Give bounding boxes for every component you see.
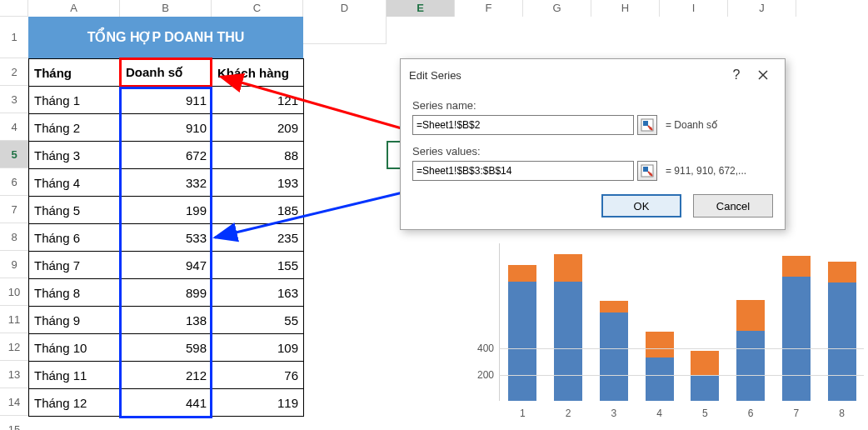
cell-customers[interactable]: 155 [212,252,304,279]
table-row[interactable]: Tháng 2910209 [29,114,304,142]
column-header-J[interactable]: J [728,0,796,17]
row-header-7[interactable]: 7 [0,196,28,223]
chart-xtick: 4 [646,408,674,419]
row-header-11[interactable]: 11 [0,306,28,333]
svg-rect-7 [643,121,648,126]
cell-month[interactable]: Tháng 12 [29,389,121,417]
cell-month[interactable]: Tháng 5 [29,197,121,224]
row-header-8[interactable]: 8 [0,223,28,251]
col-header-customers[interactable]: Khách hàng [212,59,304,87]
column-header-E[interactable]: E [387,0,455,17]
cell-month[interactable]: Tháng 4 [29,169,121,197]
cell-customers[interactable]: 185 [212,197,304,224]
chart-ytick: 400 [464,342,494,354]
column-header-bar: ABCDEFGHIJ [0,0,796,17]
column-header-A[interactable]: A [28,0,120,17]
column-header-I[interactable]: I [660,0,728,17]
close-button[interactable] [750,63,776,87]
ok-button[interactable]: OK [601,194,681,218]
cell-customers[interactable]: 193 [212,169,304,197]
cell-month[interactable]: Tháng 1 [29,87,121,114]
row-header-5[interactable]: 5 [0,141,28,168]
cell-customers[interactable]: 119 [212,389,304,417]
cell-month[interactable]: Tháng 11 [29,362,121,389]
col-header-revenue[interactable]: Doanh số [121,59,212,87]
spreadsheet-grid[interactable]: TỔNG HỢP DOANH THU ThángDoanh sốKhách hà… [28,17,387,417]
revenue-table[interactable]: ThángDoanh sốKhách hàngTháng 1911121Thán… [28,58,304,417]
table-title-cell[interactable]: TỔNG HỢP DOANH THU [28,17,303,58]
cell-revenue[interactable]: 899 [121,279,212,307]
cell-revenue[interactable]: 947 [121,252,212,279]
cell-revenue[interactable]: 910 [121,114,212,142]
cell-month[interactable]: Tháng 8 [29,279,121,307]
cell-revenue[interactable]: 212 [121,362,212,389]
row-header-9[interactable]: 9 [0,251,28,278]
column-header-G[interactable]: G [523,0,591,17]
column-header-D[interactable]: D [303,0,387,17]
series-name-input[interactable] [412,115,634,135]
col-header-month[interactable]: Tháng [29,59,121,87]
row-header-13[interactable]: 13 [0,361,28,388]
cell-month[interactable]: Tháng 10 [29,334,121,362]
cell-revenue[interactable]: 672 [121,142,212,169]
row-header-1[interactable]: 1 [0,17,28,58]
chart-xtick: 5 [691,408,719,419]
table-row[interactable]: Tháng 10598109 [29,334,304,362]
cell-revenue[interactable]: 332 [121,169,212,197]
cell-month[interactable]: Tháng 9 [29,307,121,334]
column-header-F[interactable]: F [455,0,523,17]
column-header-C[interactable]: C [212,0,303,17]
cell-revenue[interactable]: 911 [121,87,212,114]
column-header-B[interactable]: B [120,0,212,17]
table-row[interactable]: Tháng 12441119 [29,389,304,417]
table-row[interactable]: Tháng 1911121 [29,87,304,114]
cell-customers[interactable]: 55 [212,307,304,334]
cell-customers[interactable]: 88 [212,142,304,169]
select-all-corner[interactable] [0,0,28,17]
row-header-4[interactable]: 4 [0,113,28,141]
table-row[interactable]: Tháng 4332193 [29,169,304,197]
row-header-12[interactable]: 12 [0,333,28,361]
help-button[interactable]: ? [723,63,750,87]
row-header-3[interactable]: 3 [0,86,28,113]
row-header-2[interactable]: 2 [0,58,28,86]
embedded-chart[interactable]: 12345678 200400 [464,243,864,424]
cell-revenue[interactable]: 138 [121,307,212,334]
chart-xtick: 1 [508,408,536,419]
cell-customers[interactable]: 121 [212,87,304,114]
cell-revenue[interactable]: 199 [121,197,212,224]
row-header-6[interactable]: 6 [0,168,28,196]
cell-customers[interactable]: 235 [212,224,304,252]
row-header-10[interactable]: 10 [0,278,28,306]
row-header-15[interactable]: 15 [0,416,28,430]
column-header-H[interactable]: H [591,0,660,17]
collapse-range-button[interactable] [637,115,657,135]
svg-rect-10 [643,167,648,172]
table-row[interactable]: Tháng 6533235 [29,224,304,252]
table-row[interactable]: Tháng 367288 [29,142,304,169]
cell-revenue[interactable]: 598 [121,334,212,362]
cell-customers[interactable]: 76 [212,362,304,389]
row-header-14[interactable]: 14 [0,388,28,416]
cancel-button[interactable]: Cancel [693,194,773,218]
series-values-preview: = 911, 910, 672,... [666,165,773,177]
table-row[interactable]: Tháng 1121276 [29,362,304,389]
cell-customers[interactable]: 209 [212,114,304,142]
cell-month[interactable]: Tháng 2 [29,114,121,142]
chart-xtick: 8 [828,408,856,419]
cell-customers[interactable]: 109 [212,334,304,362]
table-row[interactable]: Tháng 7947155 [29,252,304,279]
cell-customers[interactable]: 163 [212,279,304,307]
table-row[interactable]: Tháng 8899163 [29,279,304,307]
series-values-input[interactable] [412,161,634,181]
collapse-range-button-2[interactable] [637,161,657,181]
table-row[interactable]: Tháng 5199185 [29,197,304,224]
dialog-title: Edit Series [409,69,723,82]
cell-revenue[interactable]: 533 [121,224,212,252]
cell-month[interactable]: Tháng 6 [29,224,121,252]
table-row[interactable]: Tháng 913855 [29,307,304,334]
cell-month[interactable]: Tháng 7 [29,252,121,279]
cell-revenue[interactable]: 441 [121,389,212,417]
chart-xtick: 7 [782,408,811,419]
cell-month[interactable]: Tháng 3 [29,142,121,169]
